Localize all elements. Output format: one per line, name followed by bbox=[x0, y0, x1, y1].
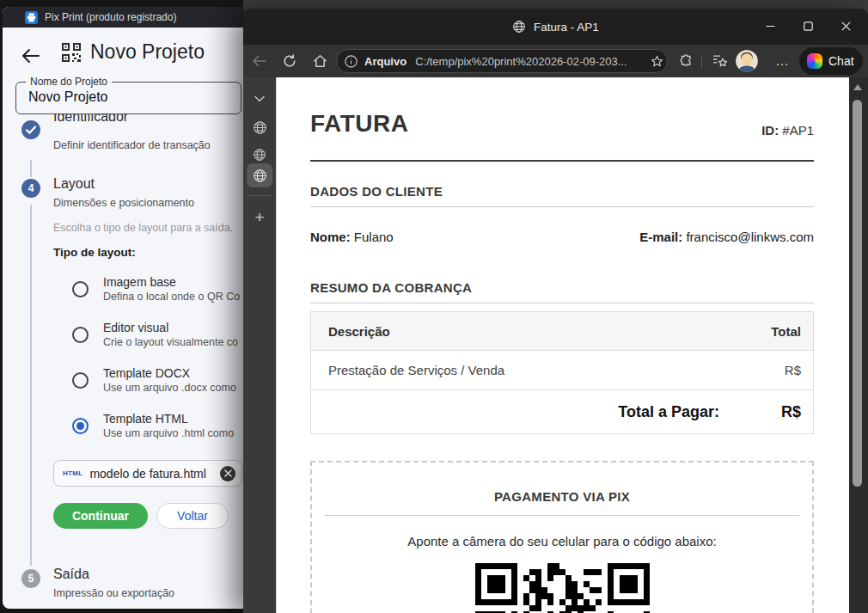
invoice-title: FATURA bbox=[310, 110, 408, 138]
project-name-field[interactable]: Nome do Projeto Novo Projeto bbox=[15, 82, 241, 114]
step-identificador-subtitle: Definir identificador de transação bbox=[53, 139, 211, 151]
total-value: R$ bbox=[781, 403, 801, 421]
pix-print-titlebar: Pix Print (produto registrado) bbox=[3, 7, 244, 28]
globe-icon bbox=[512, 20, 526, 34]
radio-option-label: Template HTML bbox=[103, 412, 234, 426]
radio-option-description: Defina o local onde o QR Co bbox=[103, 291, 240, 303]
client-name-value: Fulano bbox=[351, 230, 394, 244]
html-file-icon: HTML bbox=[63, 469, 83, 477]
browser-titlebar: Fatura - AP1 bbox=[243, 9, 868, 45]
continue-button[interactable]: Continuar bbox=[53, 503, 148, 529]
page-scrollbar[interactable] bbox=[849, 77, 868, 613]
pix-print-window: Pix Print (produto registrado) Novo Proj… bbox=[3, 7, 244, 609]
step-layout-title: Layout bbox=[53, 176, 95, 192]
summary-section-title: RESUMO DA COBRANÇA bbox=[310, 280, 814, 303]
client-section: DADOS DO CLIENTE Nome: Fulano E-mail: fr… bbox=[310, 184, 814, 244]
address-bar[interactable]: Arquivo C:/temp/pix%20print%202026-02-09… bbox=[336, 49, 668, 73]
scrollbar-up-arrow[interactable] bbox=[853, 84, 862, 90]
info-icon[interactable] bbox=[345, 55, 358, 68]
project-name-input[interactable]: Novo Projeto bbox=[28, 89, 108, 105]
client-section-title: DADOS DO CLIENTE bbox=[310, 184, 814, 207]
remove-file-button[interactable] bbox=[220, 466, 235, 481]
toolbar-divider bbox=[701, 55, 702, 68]
radio-icon-selected bbox=[72, 418, 89, 434]
row-total: R$ bbox=[785, 363, 801, 377]
row-description: Prestação de Serviços / Venda bbox=[328, 363, 504, 377]
browser-tab-1[interactable] bbox=[243, 117, 276, 138]
settings-more-icon[interactable]: … bbox=[769, 48, 795, 74]
radio-option-description: Use um arquivo .docx como bbox=[103, 382, 236, 394]
stepper-connector bbox=[30, 160, 32, 177]
qr-code-wrapper bbox=[312, 563, 812, 613]
radio-option-imagem-base[interactable]: Imagem base Defina o local onde o QR Co bbox=[53, 275, 244, 303]
desktop: Pix Print (produto registrado) Novo Proj… bbox=[0, 0, 868, 613]
step-layout-number: 4 bbox=[21, 179, 40, 198]
chat-label: Chat bbox=[828, 54, 854, 68]
selected-file-chip[interactable]: HTML modelo de fatura.html bbox=[53, 460, 242, 487]
browser-tab-3-active[interactable] bbox=[247, 163, 272, 187]
minimize-button[interactable] bbox=[751, 13, 789, 39]
browser-window: Fatura - AP1 bbox=[243, 9, 868, 613]
step-layout-subtitle: Dimensões e posicionamento bbox=[53, 197, 194, 209]
maximize-button[interactable] bbox=[789, 13, 827, 39]
file-chip-name: modelo de fatura.html bbox=[89, 467, 205, 481]
radio-option-label: Imagem base bbox=[103, 275, 240, 289]
invoice-page: FATURA ID: #AP1 DADOS DO CLIENTE Nome: F… bbox=[276, 77, 849, 613]
profile-avatar[interactable] bbox=[736, 50, 758, 72]
layout-type-options: Imagem base Defina o local onde o QR Co … bbox=[53, 275, 244, 439]
browser-title-group: Fatura - AP1 bbox=[512, 20, 599, 34]
back-arrow-button[interactable] bbox=[20, 45, 42, 67]
home-button[interactable] bbox=[307, 48, 333, 74]
stepper-connector bbox=[30, 205, 32, 566]
vertical-tab-strip: + bbox=[243, 77, 276, 613]
browser-toolbar: Arquivo C:/temp/pix%20print%202026-02-09… bbox=[243, 45, 868, 77]
window-controls bbox=[751, 13, 865, 39]
bookmark-star-icon[interactable] bbox=[651, 55, 663, 68]
invoice-id-value: #AP1 bbox=[779, 123, 814, 138]
header-divider bbox=[310, 160, 814, 162]
browser-back-button[interactable] bbox=[247, 48, 272, 74]
table-total-row: Total a Pagar: R$ bbox=[311, 390, 813, 433]
project-name-label: Nome do Projeto bbox=[26, 76, 112, 88]
total-label: Total a Pagar: bbox=[618, 403, 719, 421]
step-saida-title: Saída bbox=[53, 567, 89, 582]
close-button[interactable] bbox=[827, 13, 865, 39]
col-total: Total bbox=[771, 324, 801, 339]
url-text: C:/temp/pix%20print%202026-02-09-203... bbox=[415, 55, 645, 68]
table-header-row: Descrição Total bbox=[311, 312, 813, 351]
copilot-chat-button[interactable]: Chat bbox=[799, 47, 863, 75]
radio-option-editor-visual[interactable]: Editor visual Crie o layout visualmente … bbox=[53, 321, 244, 348]
col-description: Descrição bbox=[328, 324, 390, 339]
invoice-header: FATURA ID: #AP1 bbox=[310, 110, 814, 138]
copilot-icon bbox=[807, 53, 822, 69]
radio-option-description: Crie o layout visualmente co bbox=[103, 336, 238, 348]
browser-title-text: Fatura - AP1 bbox=[534, 21, 599, 34]
new-tab-button[interactable]: + bbox=[243, 206, 276, 229]
page-title: Novo Projeto bbox=[90, 40, 205, 64]
refresh-button[interactable] bbox=[277, 48, 303, 74]
pix-window-title: Pix Print (produto registrado) bbox=[45, 11, 176, 23]
radio-option-label: Editor visual bbox=[103, 321, 238, 334]
browser-tab-2[interactable] bbox=[243, 144, 276, 165]
pix-qr-code bbox=[475, 563, 650, 613]
favorites-hub-icon[interactable] bbox=[707, 48, 733, 74]
collapse-tabs-chevron-icon[interactable] bbox=[243, 89, 276, 109]
invoice-document: FATURA ID: #AP1 DADOS DO CLIENTE Nome: F… bbox=[277, 77, 849, 613]
step-saida-number: 5 bbox=[21, 569, 40, 588]
client-name-label: Nome: bbox=[310, 230, 351, 244]
client-name: Nome: Fulano bbox=[310, 230, 394, 244]
client-email: E-mail: francisco@linkws.com bbox=[639, 230, 814, 244]
extensions-icon[interactable] bbox=[673, 48, 699, 74]
pix-section-title: PAGAMENTO VIA PIX bbox=[312, 489, 812, 504]
tabstrip-divider bbox=[248, 195, 272, 196]
radio-option-template-html[interactable]: Template HTML Use um arquivo .html como bbox=[53, 412, 244, 439]
radio-option-description: Use um arquivo .html como bbox=[103, 427, 234, 439]
client-info-row: Nome: Fulano E-mail: francisco@linkws.co… bbox=[310, 230, 814, 244]
voltar-button[interactable]: Voltar bbox=[156, 503, 229, 529]
step-identificador-check bbox=[21, 120, 40, 139]
pix-instruction: Aponte a câmera do seu celular para o có… bbox=[312, 534, 812, 549]
invoice-id-label: ID: bbox=[761, 123, 779, 138]
radio-option-template-docx[interactable]: Template DOCX Use um arquivo .docx como bbox=[53, 366, 244, 394]
scrollbar-thumb[interactable] bbox=[853, 100, 862, 487]
wizard-buttons: Continuar Voltar bbox=[53, 503, 229, 529]
